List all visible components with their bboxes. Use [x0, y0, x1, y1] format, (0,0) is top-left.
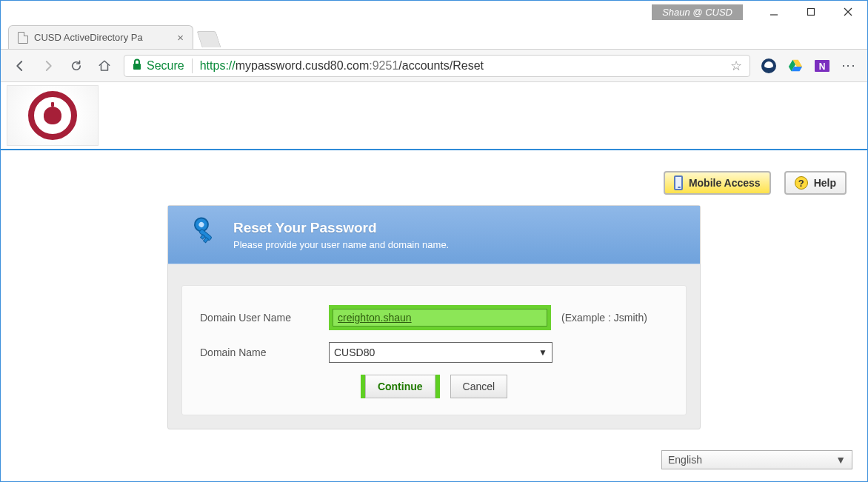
domain-label: Domain Name [200, 347, 318, 358]
svg-rect-4 [133, 64, 141, 70]
cancel-button[interactable]: Cancel [450, 375, 508, 398]
chevron-down-icon: ▼ [835, 454, 846, 466]
chevron-down-icon: ▼ [538, 347, 547, 358]
bookmark-star-icon[interactable]: ☆ [730, 58, 742, 74]
user-badge: Shaun @ CUSD [652, 4, 743, 20]
window-close-button[interactable] [832, 1, 864, 22]
svg-rect-1 [808, 9, 815, 16]
extension-icon-1[interactable] [761, 58, 777, 74]
onenote-icon[interactable]: N [814, 58, 830, 74]
google-drive-icon[interactable] [787, 58, 804, 74]
window-maximize-button[interactable] [795, 1, 827, 22]
panel-title: Reset Your Password [233, 220, 449, 236]
mobile-access-button[interactable]: Mobile Access [664, 171, 771, 195]
username-highlight [329, 305, 551, 330]
reload-button[interactable] [67, 57, 85, 75]
reset-password-panel: Reset Your Password Please provide your … [167, 205, 701, 429]
forward-button[interactable] [39, 57, 57, 75]
lock-icon [132, 58, 142, 73]
divider [192, 58, 193, 73]
username-label: Domain User Name [200, 312, 318, 324]
panel-subtitle: Please provide your user name and domain… [233, 239, 449, 250]
mobile-access-label: Mobile Access [689, 177, 761, 189]
key-icon [183, 216, 218, 253]
browser-menu-button[interactable]: ⋮ [841, 58, 857, 74]
window-minimize-button[interactable] [758, 1, 790, 22]
username-example: (Example : Jsmith) [561, 312, 647, 324]
continue-highlight: Continue [361, 375, 440, 398]
domain-select[interactable]: CUSD80 ▼ [329, 342, 552, 363]
home-button[interactable] [96, 57, 113, 75]
page-icon [18, 32, 28, 44]
language-select[interactable]: English ▼ [661, 450, 852, 469]
svg-rect-11 [204, 238, 209, 243]
address-bar[interactable]: Secure https://mypassword.cusd80.com:925… [124, 55, 750, 77]
back-button[interactable] [11, 57, 29, 75]
domain-selected-value: CUSD80 [334, 347, 375, 358]
tab-close-icon[interactable]: × [177, 31, 184, 44]
svg-text:N: N [819, 61, 826, 72]
language-selected-value: English [668, 454, 702, 466]
help-button[interactable]: ? Help [784, 171, 847, 195]
help-icon: ? [795, 176, 808, 190]
new-tab-button[interactable] [196, 31, 221, 47]
phone-icon [674, 175, 683, 190]
help-label: Help [814, 177, 836, 189]
continue-button[interactable]: Continue [365, 375, 435, 398]
tab-title: CUSD ActiveDirectory Pa [34, 32, 143, 43]
username-input[interactable] [333, 309, 547, 327]
url-text: https://mypassword.cusd80.com:9251/accou… [200, 59, 484, 73]
district-logo [7, 85, 99, 146]
browser-tab[interactable]: CUSD ActiveDirectory Pa × [8, 25, 193, 49]
secure-label: Secure [147, 59, 184, 73]
